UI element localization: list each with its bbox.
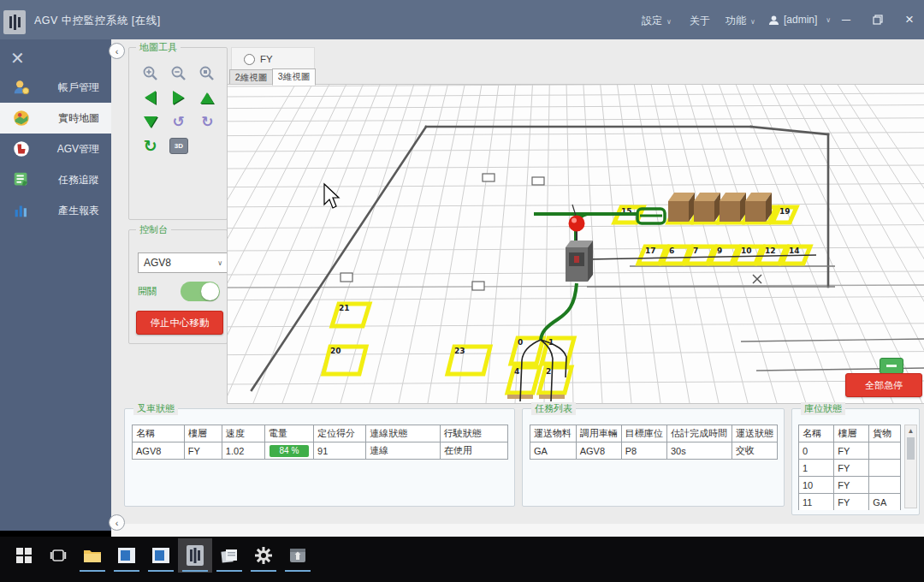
table-cell: 連線 (366, 442, 441, 460)
column-header[interactable]: 樓層 (184, 425, 222, 442)
column-header[interactable]: 運送物料 (530, 425, 577, 442)
sidebar-item-map[interactable]: 實時地圖 (0, 103, 111, 134)
table-cell: FY (834, 442, 869, 460)
sidebar-item-agv[interactable]: AGV管理 (0, 134, 111, 164)
emergency-stop-all-button[interactable]: 全部急停 (845, 373, 922, 397)
storage-status-table: 名稱樓層貨物0FY1FY10FY11FYGA12FY (798, 425, 901, 510)
sidebar-item-report[interactable]: 產生報表 (0, 195, 111, 226)
minimize-button[interactable]: ─ (834, 10, 858, 29)
column-header[interactable]: 電量 (264, 425, 313, 442)
table-cell: 30s (666, 442, 732, 460)
table-row[interactable]: 10FY (799, 477, 901, 494)
column-header[interactable]: 速度 (222, 425, 264, 442)
column-header[interactable]: 目標庫位 (621, 425, 666, 442)
scroll-up-icon[interactable]: ▲ (905, 425, 916, 436)
column-header[interactable]: 估計完成時間 (666, 425, 732, 442)
table-cell: FY (834, 494, 869, 511)
task-list-panel: 任務列表 運送物料調用車輛目標庫位估計完成時間運送狀態GAAGV8P830s交收 (522, 408, 785, 507)
storage-cell-label: 20 (330, 347, 341, 355)
table-row[interactable]: 1FY (799, 460, 901, 477)
table-cell: 1 (799, 460, 834, 477)
window-title: AGV 中控監控系統 [在线] (34, 14, 161, 28)
zoom-fit-icon[interactable] (197, 63, 217, 84)
follow-toggle[interactable] (181, 282, 220, 301)
column-header[interactable]: 名稱 (799, 425, 834, 442)
app-window-2-button[interactable] (144, 538, 178, 573)
report-icon (12, 201, 33, 220)
sidebar-close-icon[interactable]: ✕ (10, 50, 25, 67)
rotate-cw-icon[interactable]: ↻ (197, 111, 217, 132)
tab-3d-view[interactable]: 3維視圖 (272, 68, 316, 86)
column-header[interactable]: 貨物 (869, 425, 901, 442)
hscroll-left-button[interactable]: ‹ (109, 514, 125, 531)
3d-mode-icon[interactable]: 3D (169, 135, 189, 156)
reset-view-icon[interactable]: ↻ (140, 135, 161, 156)
chevron-down-icon: ∨ (826, 16, 831, 24)
storage-cell-label: 6 (669, 246, 674, 255)
zoom-in-icon[interactable] (140, 63, 161, 84)
column-header[interactable]: 行駛狀態 (440, 425, 507, 442)
floor-selector[interactable]: FY (231, 47, 315, 71)
column-header[interactable]: 調用車輛 (576, 425, 621, 442)
documents-app-button[interactable] (212, 538, 246, 573)
sidebar-item-user[interactable]: 帳戶管理 (0, 72, 111, 103)
chevron-down-icon: ∨ (217, 259, 222, 267)
estop-minimize-icon[interactable] (880, 358, 903, 374)
rotate-ccw-icon[interactable]: ↺ (169, 111, 189, 132)
storage-scrollbar[interactable]: ▲ (904, 425, 917, 508)
storage-cell[interactable] (539, 367, 572, 393)
archive-app-button[interactable] (281, 538, 315, 573)
sidebar-item-tasks[interactable]: 任務追蹤 (0, 164, 111, 195)
close-button[interactable]: × (897, 10, 921, 29)
chevron-down-icon: ∨ (666, 18, 672, 26)
agv-select-dropdown[interactable]: AGV8 ∨ (138, 252, 228, 273)
table-row[interactable]: AGV8FY1.0284 %91連線在使用 (133, 442, 508, 460)
table-cell: 91 (314, 442, 366, 460)
agv-app-button[interactable] (178, 538, 212, 573)
menu-about[interactable]: 关于 (690, 14, 710, 28)
menu-settings[interactable]: 設定∨ (642, 14, 672, 28)
mouse-cursor (324, 184, 339, 208)
table-row[interactable]: 11FYGA (799, 494, 901, 511)
warehouse-3d-map[interactable]: 1519176791012142120230142 (227, 84, 924, 404)
column-header[interactable]: 定位得分 (314, 425, 366, 442)
start-button[interactable] (7, 538, 41, 573)
settings-gear-button[interactable] (246, 538, 281, 573)
sidebar-item-label: AGV管理 (57, 142, 99, 157)
storage-cell[interactable] (511, 338, 543, 364)
table-cell: 交收 (732, 442, 777, 460)
table-cell: P8 (621, 442, 666, 460)
table-cell: AGV8 (576, 442, 621, 460)
sidebar-item-label: 產生報表 (58, 204, 99, 218)
storage-cells: 1519176791012142120230142 (323, 207, 810, 393)
menu-functions[interactable]: 功能∨ (726, 14, 755, 28)
maximize-button[interactable] (866, 10, 890, 29)
column-header[interactable]: 運送狀態 (732, 425, 777, 442)
task-view-button[interactable] (41, 538, 75, 573)
storage-status-panel: 庫位狀態 名稱樓層貨物0FY1FY10FY11FYGA12FY ▲ (791, 408, 920, 515)
pan-right-icon[interactable] (169, 87, 189, 108)
forklift-status-table: 名稱樓層速度電量定位得分連線狀態行駛狀態AGV8FY1.0284 %91連線在使… (132, 425, 508, 460)
agv-icon (12, 140, 33, 158)
column-header[interactable]: 名稱 (133, 425, 185, 442)
app-window-1-button[interactable] (110, 538, 144, 573)
column-header[interactable]: 樓層 (834, 425, 869, 442)
file-explorer-button[interactable] (75, 538, 110, 573)
pan-down-icon[interactable] (140, 111, 161, 132)
table-row[interactable]: 0FY (799, 442, 901, 460)
table-row[interactable]: GAAGV8P830s交收 (530, 442, 778, 460)
toggle-label: 開關 (138, 285, 157, 298)
user-menu[interactable]: [admin]∨ (768, 14, 831, 26)
table-cell: GA (869, 494, 901, 511)
pan-up-icon[interactable] (197, 87, 217, 108)
table-cell: 1.02 (222, 442, 264, 460)
stop-center-move-button[interactable]: 停止中心移動 (136, 311, 223, 335)
storage-cell-label: 21 (339, 304, 350, 312)
scroll-thumb[interactable] (907, 437, 915, 460)
collapse-sidebar-button[interactable]: ‹ (109, 43, 125, 59)
radio-icon[interactable] (244, 54, 255, 65)
storage-cell[interactable] (507, 367, 540, 393)
column-header[interactable]: 連線狀態 (366, 425, 441, 442)
pan-left-icon[interactable] (140, 87, 161, 108)
zoom-out-icon[interactable] (169, 63, 189, 84)
